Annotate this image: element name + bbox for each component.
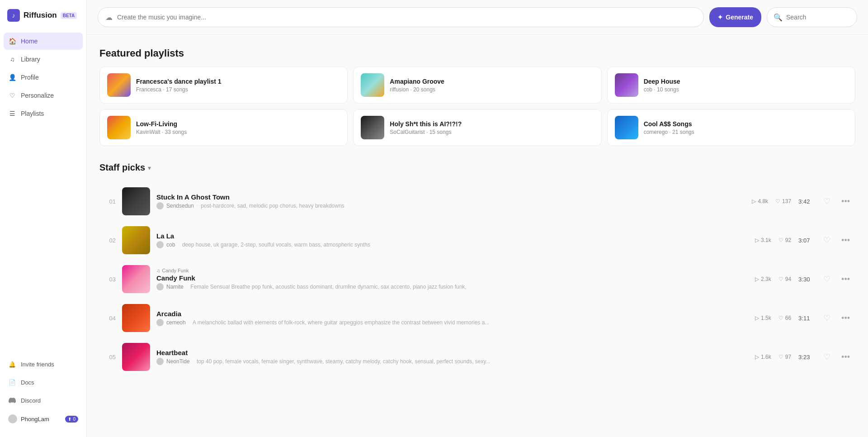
track-art-2 <box>122 226 150 254</box>
track-art-3 <box>122 265 150 293</box>
search-wrap[interactable]: 🔍 <box>767 7 857 27</box>
playlist-card-1[interactable]: Francesca's dance playlist 1 Francesca ·… <box>99 66 348 104</box>
sidebar-item-invite[interactable]: 🔔 Invite friends <box>4 356 83 373</box>
like-icon: ♡ <box>775 198 780 204</box>
main-nav: 🏠 Home ♫ Library 👤 Profile ♡ Personalize… <box>0 33 86 122</box>
sidebar-item-personalize[interactable]: ♡ Personalize <box>4 87 83 104</box>
playlist-card-6[interactable]: Cool A$$ Songs comerego · 21 songs <box>607 109 855 146</box>
user-profile-row[interactable]: PhongLam ⬆ 0 <box>4 410 83 428</box>
play-icon: ▷ <box>755 237 759 243</box>
sidebar-item-personalize-label: Personalize <box>21 92 54 99</box>
track-item-4[interactable]: 04 Arcadia cemeoh · A melancholic ballad… <box>99 299 855 337</box>
track-art-5 <box>122 343 150 371</box>
track-tags-5: top 40 pop, female vocals, female singer… <box>197 358 491 365</box>
create-input[interactable] <box>117 14 696 21</box>
track-artist-2: cob <box>166 242 175 248</box>
track-item-1[interactable]: 01 Stuck In A Ghost Town Sendsedun · pos… <box>99 182 855 221</box>
artist-avatar-3 <box>156 283 164 290</box>
playlist-card-4[interactable]: Low-Fi-Living KavinWalt · 33 songs <box>99 109 348 146</box>
track-name-2: La La <box>156 232 749 240</box>
avatar <box>8 414 17 423</box>
track-tags-3: Female Sensual Breathe pop funk, acousti… <box>190 284 466 290</box>
home-icon: 🏠 <box>8 37 16 45</box>
sidebar-item-library-label: Library <box>21 56 40 63</box>
track-art-4 <box>122 304 150 332</box>
track-tags-4: A melancholic ballad with elements of fo… <box>193 319 489 326</box>
heart-button-4[interactable]: ♡ <box>821 311 832 325</box>
like-icon: ♡ <box>778 354 783 360</box>
heart-button-5[interactable]: ♡ <box>821 350 832 364</box>
track-likes-1: ♡ 137 <box>775 198 791 204</box>
heart-button-2[interactable]: ♡ <box>821 233 832 247</box>
sidebar-item-home[interactable]: 🏠 Home <box>4 33 83 50</box>
playlist-card-5[interactable]: Holy Sh*t this is AI?!?!? SoCalGuitarist… <box>353 109 601 146</box>
playlist-meta-6: comerego · 21 songs <box>644 129 694 135</box>
chevron-down-icon[interactable]: ▾ <box>148 164 151 171</box>
generate-button[interactable]: ✦ Generate <box>709 7 761 27</box>
sparkle-icon: ✦ <box>717 14 723 21</box>
track-name-4: Arcadia <box>156 310 749 318</box>
track-name-3: Candy Funk <box>156 274 749 282</box>
track-playlist-label-3: ♫ Candy Funk <box>156 268 749 273</box>
cloud-icon: ☁ <box>105 13 113 22</box>
more-button-4[interactable]: ••• <box>840 312 852 325</box>
create-input-wrap[interactable]: ☁ <box>98 7 704 27</box>
sidebar-item-docs-label: Docs <box>21 379 34 386</box>
track-number-1: 01 <box>103 198 116 205</box>
track-artist-4: cemeoh <box>166 319 186 326</box>
sidebar-item-invite-label: Invite friends <box>21 361 54 368</box>
search-input[interactable] <box>786 14 849 21</box>
heart-button-1[interactable]: ♡ <box>821 195 832 208</box>
playlist-name-6: Cool A$$ Songs <box>644 120 694 128</box>
sidebar-item-discord[interactable]: Discord <box>4 392 83 409</box>
sidebar-bottom: 🔔 Invite friends 📄 Docs Discord PhongLam… <box>0 356 86 428</box>
content-area: Featured playlists Francesca's dance pla… <box>87 35 868 389</box>
beta-badge: BETA <box>61 12 77 19</box>
playlist-thumb-5 <box>361 116 384 139</box>
badge-count: 0 <box>73 417 75 422</box>
playlist-meta-5: SoCalGuitarist · 15 songs <box>390 129 462 135</box>
track-name-5: Heartbeat <box>156 349 749 356</box>
track-artist-5: NeonTide <box>166 358 190 365</box>
sidebar-item-profile[interactable]: 👤 Profile <box>4 69 83 86</box>
track-plays-4: ▷ 1.5k <box>755 315 771 321</box>
sidebar-item-library[interactable]: ♫ Library <box>4 51 83 68</box>
play-icon: ▷ <box>755 276 759 282</box>
track-duration-1: 3:42 <box>798 198 814 205</box>
track-item-3[interactable]: 03 ♫ Candy Funk Candy Funk Namite · Fema… <box>99 260 855 299</box>
discord-icon <box>8 396 16 404</box>
artist-avatar-5 <box>156 358 164 365</box>
track-duration-3: 3:30 <box>798 276 814 283</box>
playlist-card-2[interactable]: Amapiano Groove riffusion · 20 songs <box>353 66 601 104</box>
sidebar-item-docs[interactable]: 📄 Docs <box>4 374 83 391</box>
track-number-4: 04 <box>103 315 116 322</box>
track-duration-2: 3:07 <box>798 237 814 244</box>
track-tags-1: post-hardcore, sad, melodic pop chorus, … <box>201 203 344 209</box>
track-duration-5: 3:23 <box>798 354 814 361</box>
featured-playlists-title: Featured playlists <box>99 48 855 59</box>
heart-button-3[interactable]: ♡ <box>821 272 832 286</box>
docs-icon: 📄 <box>8 378 16 386</box>
sidebar-item-discord-label: Discord <box>21 397 41 404</box>
playlist-thumb-2 <box>361 73 384 97</box>
track-item-5[interactable]: 05 Heartbeat NeonTide · top 40 pop, fema… <box>99 337 855 376</box>
staff-picks-title: Staff picks <box>99 162 145 173</box>
playlist-thumb-4 <box>107 116 131 139</box>
more-button-5[interactable]: ••• <box>840 351 852 364</box>
playlist-name-5: Holy Sh*t this is AI?!?!? <box>390 120 462 128</box>
person-icon: 👤 <box>8 73 16 81</box>
artist-avatar-2 <box>156 241 164 248</box>
app-logo-icon: ♪ <box>7 9 20 22</box>
updates-icon: ⬆ <box>68 417 71 422</box>
more-button-3[interactable]: ••• <box>840 273 852 286</box>
sidebar-item-playlists[interactable]: ☰ Playlists <box>4 105 83 122</box>
track-duration-4: 3:11 <box>798 315 814 322</box>
playlist-thumb-3 <box>615 73 638 97</box>
playlist-card-3[interactable]: Deep House cob · 10 songs <box>607 66 855 104</box>
username: PhongLam <box>21 416 49 423</box>
track-item-2[interactable]: 02 La La cob · deep house, uk garage, 2-… <box>99 221 855 260</box>
more-button-1[interactable]: ••• <box>840 195 852 208</box>
logo-area: ♪ Riffusion BETA <box>0 9 86 33</box>
heart-nav-icon: ♡ <box>8 91 16 100</box>
more-button-2[interactable]: ••• <box>840 234 852 247</box>
